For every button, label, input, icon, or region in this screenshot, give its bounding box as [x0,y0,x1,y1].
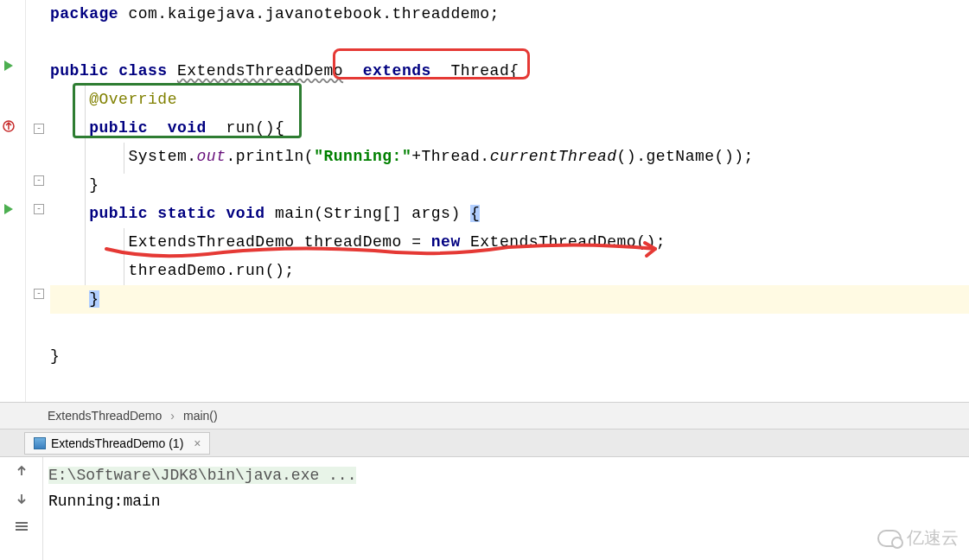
scroll-up-icon[interactable] [13,462,30,480]
breadcrumb-class[interactable]: ExtendsThreadDemo [48,409,162,423]
override-indicator-icon[interactable] [2,119,16,133]
fold-toggle-icon[interactable]: - [34,124,44,134]
code-blank [50,314,969,342]
fold-toggle-icon[interactable]: - [34,289,44,299]
soft-wrap-icon[interactable] [13,518,30,535]
run-tool-tabs: ExtendsThreadDemo (1) × [0,430,969,457]
console-command: E:\Software\JDK8\bin\java.exe ... [48,467,356,484]
code-line-close-class: } [50,342,969,371]
code-line-println: System.out.println("Running:"+Thread.cur… [50,143,969,171]
breadcrumb[interactable]: ExtendsThreadDemo › main() [0,402,969,430]
fold-gutter: - - - - [26,0,50,402]
fold-toggle-icon[interactable]: - [34,175,44,186]
watermark: 亿速云 [877,526,959,550]
watermark-icon [877,530,902,547]
breadcrumb-method[interactable]: main() [183,409,218,423]
fold-toggle-icon[interactable]: - [34,204,44,214]
console-output[interactable]: E:\Software\JDK8\bin\java.exe ... Runnin… [43,457,969,560]
run-tab-label: ExtendsThreadDemo (1) [51,436,183,450]
run-method-icon[interactable] [2,202,16,216]
console-line: Running:main [48,488,964,514]
code-line-call: threadDemo.run(); [50,257,969,285]
application-icon [34,437,46,449]
run-class-icon[interactable] [2,59,16,73]
code-pane[interactable]: package com.kaigejava.javanotebook.threa… [50,0,969,402]
code-line-class: public class ExtendsThreadDemo extends T… [50,57,969,86]
left-gutter [0,0,26,402]
code-editor[interactable]: - - - - package com.kaigejava.javanotebo… [0,0,969,402]
code-line-override: @Override [50,86,969,114]
code-line-run: public void run(){ [50,114,969,143]
code-blank [50,29,969,57]
code-line-close-run: } [50,171,969,200]
run-tab[interactable]: ExtendsThreadDemo (1) × [24,432,210,455]
close-icon[interactable]: × [194,436,201,450]
watermark-text: 亿速云 [907,526,959,550]
code-line-close-main: } [50,285,969,314]
code-line-main: public static void main(String[] args) { [50,200,969,228]
chevron-right-icon: › [170,409,175,423]
console-panel: E:\Software\JDK8\bin\java.exe ... Runnin… [0,457,969,560]
console-toolbar [0,457,43,560]
code-line-package: package com.kaigejava.javanotebook.threa… [50,0,969,29]
scroll-down-icon[interactable] [13,490,30,507]
code-line-new: ExtendsThreadDemo threadDemo = new Exten… [50,228,969,257]
